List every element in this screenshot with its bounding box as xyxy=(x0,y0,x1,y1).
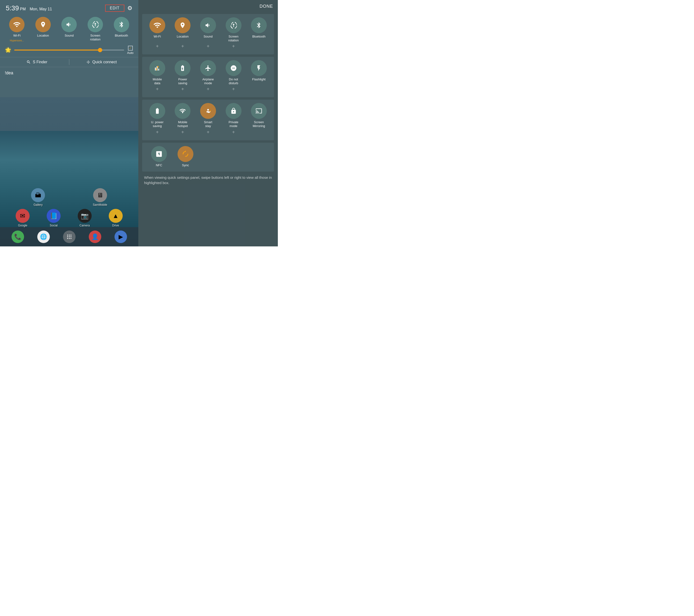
plus-icon-11[interactable]: + xyxy=(145,129,169,135)
edit-bluetooth-icon xyxy=(251,17,267,33)
svg-point-1 xyxy=(87,61,88,62)
app-gallery[interactable]: 🏔 Gallery xyxy=(31,188,45,206)
edit-tile-wifi[interactable]: Wi-Fi xyxy=(145,17,169,42)
edit-tile-rotation[interactable]: Screenrotation xyxy=(222,17,245,42)
plus-icon-3[interactable]: + xyxy=(196,43,220,49)
edit-tile-location[interactable]: Location xyxy=(170,17,195,42)
hint-text: When viewing quick settings panel, swipe… xyxy=(142,171,274,186)
edit-tile-flashlight[interactable]: Flashlight xyxy=(247,60,271,85)
edit-row-1: Wi-Fi Location Sound Scree xyxy=(145,17,272,42)
plus-icon-8[interactable]: + xyxy=(196,86,220,92)
google-label: Google xyxy=(18,224,28,227)
date: Mon, May 11 xyxy=(30,7,52,11)
edit-tile-mirroring[interactable]: ScreenMirroring xyxy=(247,103,271,128)
edit-button[interactable]: EDIT xyxy=(105,4,124,12)
sfinder-button[interactable]: S Finder xyxy=(5,60,69,64)
edit-tile-upowersaving[interactable]: U. powersaving xyxy=(145,103,169,128)
edit-powersaving-label: Powersaving xyxy=(178,77,187,85)
edit-row-3: U. powersaving Mobilehotspot Smartstay xyxy=(145,103,272,128)
dock-bar: 📞 🌐 👤 ▶ xyxy=(0,227,138,247)
svg-point-5 xyxy=(67,235,68,236)
sammobile-label: SamMobile xyxy=(93,203,107,206)
svg-point-10 xyxy=(71,236,71,237)
edit-tile-bluetooth[interactable]: Bluetooth xyxy=(247,17,271,42)
edit-airplane-label: Airplanemode xyxy=(202,77,214,85)
plus-icon-13[interactable]: + xyxy=(196,129,220,135)
app-camera[interactable]: 📷 Camera xyxy=(78,209,92,227)
plus-icon-10 xyxy=(247,86,271,92)
sammobile-icon: 🖥 xyxy=(93,188,107,202)
edit-smartstay-label: Smartstay xyxy=(204,120,213,128)
plus-icon-12[interactable]: + xyxy=(170,129,195,135)
quick-tiles-row: Wi-Fi Hypersoni... Location Sound Screen… xyxy=(0,15,138,43)
edit-tile-private[interactable]: Privatemode xyxy=(222,103,245,128)
plus-icon-15 xyxy=(247,129,271,135)
dock-contacts[interactable]: 👤 xyxy=(89,231,101,243)
edit-tile-mobiledata[interactable]: Mobiledata xyxy=(145,60,169,85)
tile-wifi-sub: Hypersoni... xyxy=(10,39,24,42)
dock-playstore[interactable]: ▶ xyxy=(114,231,127,243)
edit-tile-dnd[interactable]: Do notdisturb xyxy=(222,60,245,85)
edit-private-label: Privatemode xyxy=(229,120,238,128)
gallery-icon: 🏔 xyxy=(31,188,45,202)
dock-phone[interactable]: 📞 xyxy=(12,231,24,243)
plus-icon-1[interactable]: + xyxy=(145,43,169,49)
plus-row-1: + + + + xyxy=(145,43,272,51)
quickconnect-button[interactable]: Quick connect xyxy=(69,60,133,64)
svg-point-11 xyxy=(67,238,68,239)
plus-icon-2[interactable]: + xyxy=(170,43,195,49)
status-time-area: 5:39 PM Mon, May 11 xyxy=(6,4,52,12)
edit-tile-hotspot[interactable]: Mobilehotspot xyxy=(170,103,195,128)
edit-smartstay-icon xyxy=(200,103,216,119)
tile-bluetooth[interactable]: Bluetooth xyxy=(114,17,129,42)
edit-mobiledata-icon xyxy=(149,60,165,76)
edit-tile-powersaving[interactable]: Powersaving xyxy=(170,60,195,85)
tile-location[interactable]: Location xyxy=(35,17,51,42)
tile-screen-rotation[interactable]: Screenrotation xyxy=(88,17,103,42)
edit-tile-nfc[interactable]: NFC xyxy=(147,146,171,167)
edit-tile-airplane[interactable]: Airplanemode xyxy=(196,60,220,85)
edit-dnd-label: Do notdisturb xyxy=(229,77,238,85)
app-social[interactable]: 📘 Social xyxy=(47,209,61,227)
left-panel: 5:39 PM Mon, May 11 EDIT ⚙ Wi-Fi Hyperso… xyxy=(0,0,138,247)
camera-icon: 📷 xyxy=(78,209,92,223)
edit-location-label: Location xyxy=(177,35,188,38)
plus-icon-5 xyxy=(247,43,271,49)
edit-section-2: Mobiledata Powersaving Airplanemode xyxy=(142,57,274,97)
svg-point-4 xyxy=(88,63,89,64)
drive-label: Drive xyxy=(112,224,119,227)
plus-icon-4[interactable]: + xyxy=(222,43,245,49)
plus-icon-14[interactable]: + xyxy=(222,129,245,135)
edit-tile-sound[interactable]: Sound xyxy=(196,17,220,42)
edit-dnd-icon xyxy=(226,60,241,76)
edit-section-1: Wi-Fi Location Sound Scree xyxy=(142,14,274,54)
edit-powersaving-icon xyxy=(175,60,190,76)
tile-sound[interactable]: Sound xyxy=(61,17,77,42)
idea-text: !dea xyxy=(0,67,138,79)
plus-icon-6[interactable]: + xyxy=(145,86,169,92)
dock-apps[interactable] xyxy=(63,231,75,243)
app-drive[interactable]: ▲ Drive xyxy=(109,209,123,227)
dock-chrome[interactable]: 🌐 xyxy=(37,231,50,243)
auto-check-icon: ✓ xyxy=(128,46,133,51)
edit-tile-sync[interactable]: Sync xyxy=(174,146,198,167)
brightness-slider[interactable] xyxy=(14,50,124,51)
app-google[interactable]: ✉ Google xyxy=(16,209,30,227)
tile-bluetooth-label: Bluetooth xyxy=(115,34,128,38)
app-sammobile[interactable]: 🖥 SamMobile xyxy=(93,188,107,206)
search-row: S Finder Quick connect xyxy=(0,57,138,67)
plus-icon-9[interactable]: + xyxy=(222,86,245,92)
tile-wifi[interactable]: Wi-Fi Hypersoni... xyxy=(9,17,24,42)
edit-tile-smartstay[interactable]: Smartstay xyxy=(196,103,220,128)
svg-point-15 xyxy=(210,110,211,112)
edit-nfc-icon xyxy=(151,146,167,162)
edit-hotspot-icon xyxy=(175,103,190,119)
done-button[interactable]: DONE xyxy=(259,4,273,9)
plus-icon-7[interactable]: + xyxy=(170,86,195,92)
edit-hotspot-label: Mobilehotspot xyxy=(178,120,188,128)
brightness-icon: 🌟 xyxy=(5,47,11,53)
svg-point-3 xyxy=(88,61,89,61)
settings-button[interactable]: ⚙ xyxy=(127,5,132,12)
auto-brightness[interactable]: ✓ Auto xyxy=(127,46,133,55)
wallpaper: 🏔 Gallery 🖥 SamMobile ✉ Google 📘 Social xyxy=(0,97,138,247)
